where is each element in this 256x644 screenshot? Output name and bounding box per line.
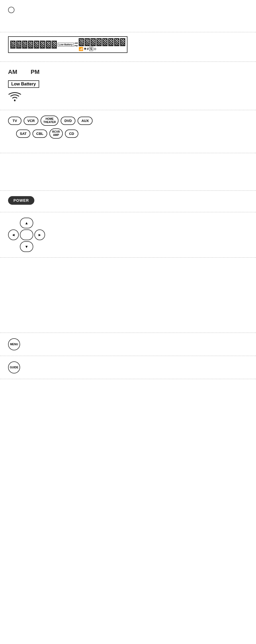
lcd-digit-5 xyxy=(34,41,39,49)
tv-button[interactable]: TV xyxy=(8,117,21,125)
dpad-center-button[interactable] xyxy=(20,229,33,240)
lcd-clock-icon: ⊙ xyxy=(94,47,96,51)
vcr-button[interactable]: VCR xyxy=(24,117,38,125)
lcd-s-icon: S xyxy=(89,47,93,51)
lcd-hash-icon: # xyxy=(87,47,89,51)
wifi-icon xyxy=(8,92,248,105)
lcd-am: AM xyxy=(75,42,78,45)
spacer-1 xyxy=(0,153,256,191)
guide-button[interactable]: GUIDE xyxy=(8,361,20,373)
lcd-digit-15 xyxy=(114,38,119,46)
section-status: AM PM Low Battery xyxy=(0,62,256,110)
am-label: AM xyxy=(8,69,17,75)
cd-button[interactable]: CD xyxy=(65,129,78,138)
lcd-digit-11 xyxy=(90,38,96,46)
lcd-digit-blocks-row2 xyxy=(79,38,125,46)
section-guide: GUIDE xyxy=(0,356,256,379)
section-devices: TV VCR HOMETHEATER DVD AUX SAT CBL RCVRA… xyxy=(0,110,256,153)
dpad-down-button[interactable]: ▼ xyxy=(20,241,33,252)
lcd-asterisk-icon: ✳ xyxy=(84,47,86,51)
section-circle xyxy=(0,0,256,32)
dpad-container: ▲ ◄ ► ▼ xyxy=(8,218,46,252)
circle-indicator xyxy=(8,7,14,13)
menu-button[interactable]: MENU xyxy=(8,338,20,350)
lcd-digit-8 xyxy=(52,41,57,49)
lcd-digit-14 xyxy=(108,38,114,46)
dpad-left-button[interactable]: ◄ xyxy=(8,229,19,240)
lcd-display: Low Battery AM PM 📶 ✳ # S ⊙ xyxy=(8,36,127,53)
lcd-digit-9 xyxy=(79,38,84,46)
lcd-pm: PM xyxy=(75,45,78,47)
lcd-digit-2 xyxy=(16,41,21,49)
lcd-digit-13 xyxy=(102,38,108,46)
lcd-ampm: AM PM xyxy=(75,42,78,48)
device-buttons-row2: SAT CBL RCVRAMP CD xyxy=(16,128,248,139)
lcd-digit-7 xyxy=(46,41,51,49)
lcd-symbols-row: 📶 ✳ # S ⊙ xyxy=(79,47,125,51)
lcd-low-battery-label: Low Battery xyxy=(58,43,74,47)
svg-point-0 xyxy=(14,100,16,101)
lcd-digit-6 xyxy=(40,41,45,49)
lcd-digit-12 xyxy=(96,38,102,46)
dpad-right-button[interactable]: ► xyxy=(34,229,45,240)
aux-button[interactable]: AUX xyxy=(78,117,92,125)
lcd-digit-1 xyxy=(10,41,16,49)
lcd-wifi-icon: 📶 xyxy=(79,47,83,51)
dpad-up-button[interactable]: ▲ xyxy=(20,218,33,228)
section-power: POWER xyxy=(0,191,256,212)
section-final xyxy=(0,379,256,454)
section-lcd: Low Battery AM PM 📶 ✳ # S ⊙ xyxy=(0,32,256,62)
cbl-button[interactable]: CBL xyxy=(32,129,47,138)
pm-label: PM xyxy=(31,69,39,75)
am-pm-row: AM PM xyxy=(8,69,248,75)
low-battery-badge: Low Battery xyxy=(8,80,39,88)
device-buttons-row1: TV VCR HOMETHEATER DVD AUX xyxy=(8,116,248,126)
rcvr-amp-button[interactable]: RCVRAMP xyxy=(49,128,63,139)
sat-button[interactable]: SAT xyxy=(16,129,30,138)
power-button[interactable]: POWER xyxy=(8,196,34,205)
lcd-digit-4 xyxy=(28,41,33,49)
lcd-digit-10 xyxy=(85,38,90,46)
lcd-digit-16 xyxy=(120,38,125,46)
home-theater-button[interactable]: HOMETHEATER xyxy=(41,116,58,126)
spacer-2 xyxy=(0,258,256,333)
lcd-digit-blocks xyxy=(10,41,57,49)
section-menu: MENU xyxy=(0,333,256,356)
dvd-button[interactable]: DVD xyxy=(61,117,75,125)
section-dpad: ▲ ◄ ► ▼ xyxy=(0,212,256,258)
lcd-digit-3 xyxy=(22,41,27,49)
